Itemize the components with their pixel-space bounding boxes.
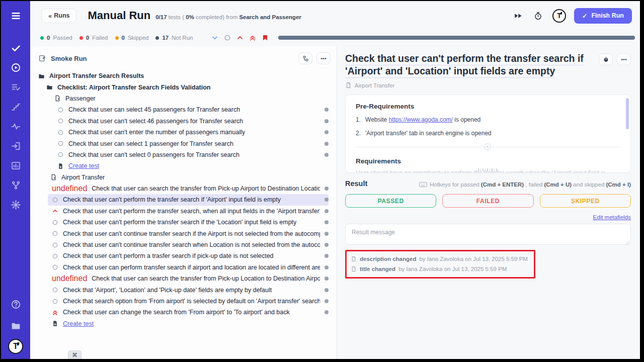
run-progress-bar[interactable] (278, 36, 635, 40)
tree-suite-row[interactable]: Airport Transfer (50, 172, 329, 183)
result-message-input[interactable] (345, 224, 631, 245)
create-test-link[interactable]: Create test (52, 318, 329, 329)
ellipsis-icon: ••• (621, 56, 627, 62)
tree-row-label: Airport Transfer Search Results (49, 72, 144, 79)
back-to-runs-button[interactable]: « Runs (41, 9, 76, 23)
tree-row-label: Check that 'Airport', 'Location' and 'Pi… (63, 287, 272, 294)
command-shortcut-badge[interactable]: ⌘ (68, 350, 82, 359)
history-change-meta: by Iana Zavoloka on Jul 13, 2025 5:59 PM (398, 266, 507, 272)
timer-icon[interactable] (532, 10, 544, 22)
tree-test-row[interactable]: Check that user can't perform the transf… (48, 206, 329, 217)
edit-metafields-link[interactable]: Edit metafields (593, 214, 631, 220)
history-change-type: title changed (360, 266, 395, 272)
tree-row-label: Create test (68, 162, 99, 169)
sidebar-branch-icon[interactable] (8, 177, 23, 193)
back-chevrons-icon: « (48, 12, 51, 20)
section-divider (356, 143, 619, 150)
document-icon (50, 174, 57, 180)
skipped-button[interactable]: SKIPPED (540, 194, 631, 208)
tree-row-label: Check that user can select 1 passenger f… (68, 140, 233, 147)
tree-view-button[interactable] (298, 52, 312, 64)
change-history-annotation: description changed by Iana Zavoloka on … (345, 250, 535, 279)
tree-test-row[interactable]: Check that user can't perform the transf… (48, 217, 329, 228)
tree-test-row[interactable]: Check that user can't select 0 passenger… (53, 149, 329, 160)
tree-row-label: Create test (63, 320, 94, 327)
not-run-status-dot (325, 108, 329, 112)
time-tracking-button[interactable] (599, 53, 613, 65)
tree-test-row[interactable]: Check that user can't select 46 passenge… (53, 116, 329, 127)
circle-status-icon[interactable] (223, 34, 231, 42)
sidebar-check-icon[interactable] (8, 40, 23, 55)
tree-row-label: Passenger (65, 95, 96, 102)
fast-forward-icon[interactable] (512, 10, 524, 22)
tree-folder-row[interactable]: Checklist: Airport Transfer Search Field… (46, 81, 329, 93)
finish-run-button[interactable]: ✓ Finish Run (574, 8, 632, 24)
bookmark-icon: undefined (52, 274, 87, 283)
external-link[interactable]: https://www.agoda.com/ (388, 116, 452, 123)
tree-folder-row[interactable]: Airport Transfer Search Results (38, 70, 329, 81)
chevron-down-icon[interactable] (211, 34, 219, 42)
sidebar-menu-icon[interactable] (8, 8, 23, 23)
case-more-button[interactable]: ••• (617, 53, 631, 65)
circle-icon (52, 298, 58, 305)
not-run-status-dot (325, 265, 329, 269)
resize-handle[interactable] (478, 168, 498, 171)
sidebar-help-icon[interactable] (8, 297, 23, 312)
sidebar-folders-icon[interactable] (8, 318, 23, 333)
tree-test-row[interactable]: Check that user can select 45 passengers… (53, 104, 329, 115)
legend-passed: 0Passed (40, 35, 72, 41)
tree-test-row[interactable]: Check that user can't perform a trasfer … (48, 250, 329, 261)
sidebar-play-circle-icon[interactable] (8, 60, 23, 75)
not-run-status-dot (325, 142, 329, 146)
status-dot (40, 36, 44, 40)
tree-test-row[interactable]: Check that 'Airport', 'Location' and 'Pi… (48, 284, 329, 295)
sidebar-gear-icon[interactable] (8, 197, 23, 212)
tree-test-row[interactable]: undefinedCheck that user can search the … (48, 183, 329, 194)
collapse-toggle[interactable] (484, 143, 491, 150)
create-test-link[interactable]: Create test (57, 160, 329, 171)
prerequisite-text: Website https://www.agoda.com/ is opened (365, 116, 480, 123)
sidebar-import-icon[interactable] (8, 138, 23, 153)
circle-icon (52, 197, 58, 203)
circle-icon (57, 140, 64, 147)
hotkeys-hint: Hotkeys for passed (Cmd + ENTER) , faile… (419, 182, 631, 188)
tree-test-row[interactable]: Check that user can't enter the number o… (53, 127, 329, 138)
circle-icon (57, 107, 64, 113)
tree-test-row[interactable]: Check that user can select 1 passenger f… (53, 138, 329, 149)
tree-test-row[interactable]: Check that user can perform transfer sea… (48, 262, 329, 273)
sidebar-activity-icon[interactable] (8, 119, 23, 134)
tree-row-label: Check that user can't perform the transf… (63, 196, 281, 203)
legend-count: 17 (162, 35, 169, 41)
sidebar-list-check-icon[interactable] (8, 79, 23, 95)
tree-row-label: Check that user can't continue transfer … (63, 241, 320, 248)
prerequisite-item: 2.'Airport transfer' tab in search engin… (356, 130, 619, 137)
panel-more-button[interactable]: ••• (316, 52, 331, 64)
tree-suite-row[interactable]: Passenger (54, 93, 329, 104)
legend-label: Skipped (128, 35, 149, 41)
tree-test-row[interactable]: undefinedCheck that user can search the … (48, 273, 329, 284)
tree-test-row[interactable]: Check that user can't continue transfer … (48, 239, 329, 250)
tree-row-label: Check that user can't select 0 passenger… (68, 151, 239, 158)
tree-test-row[interactable]: Check that search option from 'From airp… (48, 296, 329, 307)
bookmark-icon[interactable] (261, 34, 269, 42)
file-icon (351, 266, 357, 272)
card-scrollbar[interactable] (626, 98, 629, 129)
tree-row-label: Check that user can search the transfer … (92, 275, 320, 282)
sidebar-chart-icon[interactable] (8, 158, 23, 173)
tree-row-label: Check that user can't select 46 passenge… (68, 118, 243, 125)
tree-test-row[interactable]: Check that user can change the search fr… (48, 307, 329, 318)
tree-test-row[interactable]: Check that user can't continue transfer … (48, 228, 329, 239)
textarea-resize-grip[interactable] (625, 241, 629, 245)
sidebar-steps-icon[interactable] (8, 99, 23, 114)
passed-button[interactable]: PASSED (345, 194, 436, 208)
workspace-logo[interactable]: T (8, 339, 23, 354)
user-avatar[interactable]: T (552, 9, 566, 23)
pre-requirements-heading: Pre-Requirements (356, 103, 619, 110)
tree-row-label: Check that user can't perform the transf… (63, 208, 320, 215)
not-run-status-dot (325, 130, 329, 134)
failed-button[interactable]: FAILED (442, 194, 533, 208)
double-caret-up-icon[interactable] (249, 34, 257, 42)
history-entry: description changed by Iana Zavoloka on … (351, 254, 528, 264)
tree-test-row[interactable]: Check that user can't perform the transf… (48, 194, 329, 205)
caret-up-icon[interactable] (236, 34, 244, 42)
